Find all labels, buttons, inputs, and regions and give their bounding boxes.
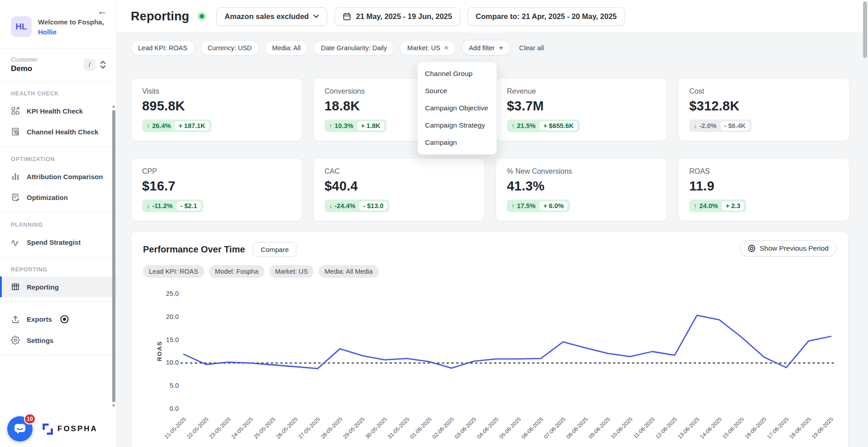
- chevron-updown-icon[interactable]: [100, 61, 106, 69]
- kpi-change-badge: ↓-2.0%- $6.4K: [689, 119, 752, 132]
- x-tick-label: 25-05-2025: [253, 416, 277, 440]
- x-tick-label: 11-06-2025: [632, 416, 656, 440]
- sidebar-item-kpi-health-check[interactable]: KPI Health Check: [0, 100, 116, 121]
- x-tick-label: 03-06-2025: [453, 416, 478, 440]
- view-selector-dropdown[interactable]: Amazon sales excluded: [216, 7, 327, 26]
- sidebar-item-exports[interactable]: Exports: [0, 309, 116, 330]
- scroll-down-icon[interactable]: ▼: [111, 404, 116, 408]
- clear-all-filters-button[interactable]: Clear all: [519, 44, 544, 52]
- scroll-up-icon[interactable]: ▲: [111, 104, 116, 109]
- kpi-change-percent: -11.2%: [152, 202, 172, 209]
- customer-label: Customer: [11, 56, 38, 63]
- sidebar-item-channel-health-check[interactable]: Channel Health Check: [0, 121, 116, 142]
- context-chip-lead-kpi: Lead KPI: ROAS: [143, 265, 204, 278]
- compare-period-label: Compare to: 21 Apr, 2025 - 20 May, 2025: [476, 12, 617, 21]
- kpi-change-absolute: + 6.0%: [539, 201, 568, 210]
- filter-dropdown-item-source[interactable]: Source: [418, 82, 496, 100]
- filter-dropdown-item-campaign[interactable]: Campaign: [418, 134, 496, 151]
- nav-group-optimization: OPTIMIZATION: [0, 151, 116, 166]
- sidebar-item-optimization[interactable]: Optimization: [0, 187, 116, 208]
- calendar-icon: [343, 12, 351, 21]
- filter-chip-date-granularity[interactable]: Date Granularity: Daily: [314, 40, 394, 56]
- sidebar-item-spend-strategist[interactable]: Spend Strategist: [0, 232, 116, 252]
- x-tick-label: 14-06-2025: [699, 416, 723, 440]
- x-tick-label: 19-06-2025: [811, 416, 835, 440]
- sidebar-scrollbar-thumb[interactable]: [112, 110, 115, 402]
- kpi-change-badge: ↓-24.4%- $13.0: [324, 200, 389, 212]
- clipboard-edit-icon: [11, 193, 20, 202]
- sidebar-item-reporting[interactable]: Reporting: [0, 276, 116, 297]
- sidebar-item-attribution-comparison[interactable]: Attribution Comparison: [0, 166, 116, 187]
- filter-dropdown-item-channel-group[interactable]: Channel Group: [418, 65, 496, 82]
- kpi-label: Cost: [689, 87, 838, 95]
- filter-dropdown-item-campaign-objective[interactable]: Campaign Objective: [418, 100, 496, 117]
- sidebar-nav: HEALTH CHECK KPI Health Check Channel He…: [0, 81, 116, 356]
- user-name-link[interactable]: Hollie: [38, 28, 57, 36]
- sidebar-collapse-button[interactable]: ←: [97, 5, 107, 17]
- nav-group-reporting: REPORTING: [0, 261, 116, 276]
- x-tick-label: 02-06-2025: [431, 416, 456, 440]
- chevron-down-icon: [313, 14, 319, 18]
- kpi-change-badge: ↑26.4%+ 187.1K: [142, 119, 211, 132]
- sidebar-item-label: Settings: [27, 337, 53, 344]
- kpi-card-roas: ROAS11.9↑24.0%+ 2.3: [678, 158, 849, 221]
- x-tick-label: 17-06-2025: [766, 416, 790, 440]
- context-chip-market: Market: US: [269, 265, 314, 278]
- kpi-change-badge: ↑24.0%+ 2.3: [689, 200, 746, 212]
- kpi-change-absolute: - $6.4K: [720, 121, 749, 130]
- sidebar-item-settings[interactable]: Settings: [0, 330, 116, 351]
- filter-dropdown-item-campaign-strategy[interactable]: Campaign Strategy: [418, 117, 496, 134]
- trend-down-icon: ↓: [147, 202, 150, 209]
- date-range-picker[interactable]: 21 May, 2025 - 19 Jun, 2025: [334, 7, 460, 26]
- add-filter-label: Add filter: [469, 44, 495, 52]
- compare-button[interactable]: Compare: [253, 242, 296, 257]
- x-tick-label: 22-05-2025: [186, 416, 210, 440]
- chart-context-chips: Lead KPI: ROASModel: FosphaMarket: USMed…: [143, 265, 836, 278]
- kpi-grid-icon: [11, 106, 20, 115]
- x-tick-label: 23-05-2025: [208, 416, 232, 440]
- chat-launcher-button[interactable]: 10: [7, 416, 33, 442]
- plus-icon: +: [499, 44, 503, 52]
- filter-chip-lead-kpi[interactable]: Lead KPI: ROAS: [131, 40, 195, 56]
- add-filter-button[interactable]: Add filter +: [462, 40, 510, 56]
- date-range-label: 21 May, 2025 - 19 Jun, 2025: [356, 12, 452, 21]
- trend-up-icon: ↑: [694, 202, 697, 209]
- add-filter-dropdown: Channel GroupSourceCampaign ObjectiveCam…: [417, 62, 497, 155]
- kpi-card-new-conversions: % New Conversions41.3%↑17.5%+ 6.0%: [496, 158, 667, 221]
- eye-target-icon: [748, 244, 756, 252]
- kpi-row-2: CPP$16.7↓-11.2%- $2.1CAC$40.4↓-24.4%- $1…: [131, 158, 849, 221]
- page-scrollbar-thumb[interactable]: [863, 1, 867, 58]
- trend-down-icon: ↓: [329, 202, 332, 209]
- view-selector-label: Amazon sales excluded: [224, 12, 309, 21]
- welcome-line: Welcome to Fospha,: [38, 18, 104, 26]
- sidebar-scrollbar[interactable]: ▲ ▼: [111, 104, 116, 408]
- x-tick-label: 12-06-2025: [654, 416, 679, 440]
- kpi-change-absolute: + 187.1K: [175, 121, 209, 130]
- customer-selector[interactable]: Customer Demo /: [0, 48, 116, 81]
- fospha-logo-text: FOSPHA: [57, 424, 98, 433]
- x-tick-label: 09-06-2025: [587, 416, 612, 440]
- fospha-logo-icon: [42, 423, 54, 435]
- x-tick-label: 21-05-2025: [163, 416, 188, 440]
- bar-chart-icon: [11, 172, 20, 181]
- filter-chip-currency[interactable]: Currency: USD: [200, 40, 259, 56]
- context-chip-model: Model: Fospha: [209, 265, 264, 278]
- kpi-change-percent: -2.0%: [699, 122, 716, 129]
- filter-chip-market[interactable]: Market: US ×: [400, 40, 456, 56]
- filter-chip-media[interactable]: Media: All: [265, 40, 308, 56]
- y-tick-label: 10.0: [166, 359, 179, 366]
- welcome-text: Welcome to Fospha, Hollie: [38, 16, 104, 37]
- context-chip-media: Media: All Media: [319, 265, 378, 278]
- kpi-card-revenue: Revenue$3.7M↑21.5%+ $655.6K: [496, 78, 667, 141]
- kpi-change-percent: -24.4%: [334, 202, 355, 209]
- y-tick-label: 5.0: [170, 382, 179, 389]
- kpi-change-percent: 21.5%: [517, 122, 535, 129]
- kpi-change-badge: ↑17.5%+ 6.0%: [507, 200, 570, 212]
- kpi-change-percent: 17.5%: [517, 202, 535, 209]
- compare-period-button[interactable]: Compare to: 21 Apr, 2025 - 20 May, 2025: [467, 7, 625, 26]
- close-icon[interactable]: ×: [444, 44, 448, 52]
- chat-unread-badge: 10: [24, 414, 36, 424]
- show-previous-period-button[interactable]: Show Previous Period: [740, 240, 837, 257]
- sidebar-item-label: Optimization: [27, 194, 68, 201]
- performance-over-time-panel: Performance Over Time Compare Show Previ…: [131, 232, 849, 447]
